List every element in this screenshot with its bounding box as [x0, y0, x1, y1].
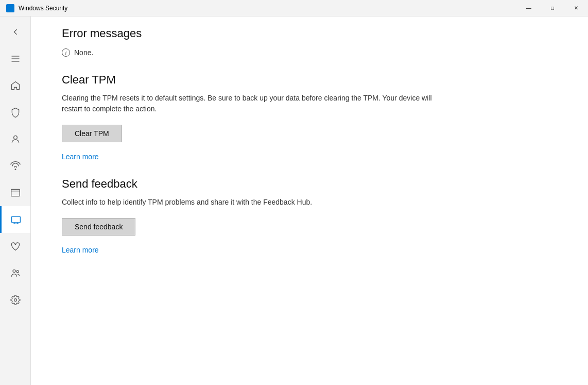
- clear-tpm-learn-more[interactable]: Learn more: [62, 153, 567, 161]
- window-controls: — □ ✕: [517, 0, 588, 16]
- minimize-button[interactable]: —: [517, 0, 541, 16]
- send-feedback-learn-more[interactable]: Learn more: [62, 246, 567, 254]
- sidebar-item-family[interactable]: [0, 260, 30, 287]
- sidebar-item-home[interactable]: [0, 72, 30, 99]
- svg-point-12: [16, 271, 19, 273]
- sidebar: [0, 16, 31, 385]
- error-none-text: None.: [74, 48, 93, 57]
- info-icon: i: [62, 48, 70, 57]
- title-bar: Windows Security — □ ✕: [0, 0, 588, 16]
- health-icon: [10, 241, 21, 252]
- clear-tpm-description: Clearing the TPM resets it to default se…: [62, 93, 443, 114]
- svg-point-13: [14, 299, 16, 302]
- clear-tpm-heading: Clear TPM: [62, 73, 567, 87]
- sidebar-item-settings[interactable]: [0, 287, 30, 313]
- close-button[interactable]: ✕: [564, 0, 588, 16]
- sidebar-item-firewall[interactable]: [0, 153, 30, 179]
- error-none-container: i None.: [62, 48, 567, 57]
- back-icon: [10, 27, 21, 37]
- sidebar-item-shield[interactable]: [0, 99, 30, 126]
- sidebar-item-menu[interactable]: [0, 45, 30, 72]
- svg-point-11: [13, 270, 15, 272]
- device-icon: [11, 214, 21, 225]
- app-icon: [6, 4, 14, 12]
- shield-icon: [10, 107, 21, 118]
- family-icon: [10, 268, 21, 278]
- svg-rect-5: [11, 189, 20, 196]
- send-feedback-heading: Send feedback: [62, 177, 567, 191]
- sidebar-item-back[interactable]: [0, 19, 30, 45]
- settings-icon: [10, 295, 21, 305]
- sidebar-item-app[interactable]: [0, 179, 30, 206]
- app-body: Error messages i None. Clear TPM Clearin…: [0, 16, 588, 385]
- home-icon: [10, 80, 21, 91]
- error-messages-heading: Error messages: [62, 27, 567, 40]
- sidebar-item-health[interactable]: [0, 233, 30, 260]
- app-icon-nav: [10, 188, 21, 198]
- clear-tpm-button[interactable]: Clear TPM: [62, 125, 122, 142]
- menu-icon: [10, 54, 21, 64]
- svg-point-3: [13, 136, 17, 139]
- account-icon: [10, 134, 21, 144]
- svg-point-4: [15, 169, 16, 170]
- svg-rect-7: [12, 216, 21, 223]
- title-text: Windows Security: [19, 5, 67, 12]
- sidebar-item-account[interactable]: [0, 126, 30, 153]
- content-area: Error messages i None. Clear TPM Clearin…: [31, 16, 588, 385]
- maximize-button[interactable]: □: [541, 0, 564, 16]
- send-feedback-description: Collect info to help identify TPM proble…: [62, 197, 443, 208]
- send-feedback-button[interactable]: Send feedback: [62, 218, 135, 236]
- firewall-icon: [10, 161, 21, 171]
- sidebar-item-device[interactable]: [0, 206, 30, 233]
